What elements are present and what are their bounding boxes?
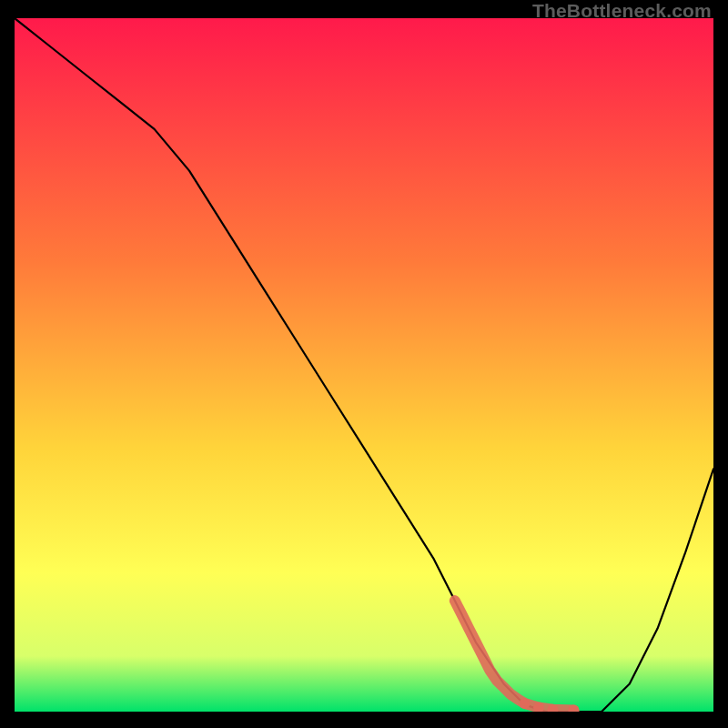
plot-area	[15, 18, 713, 712]
chart-svg	[15, 18, 713, 712]
gradient-background	[15, 18, 713, 712]
highlight-dot	[520, 698, 531, 709]
chart-frame: TheBottleneck.com	[0, 0, 728, 728]
